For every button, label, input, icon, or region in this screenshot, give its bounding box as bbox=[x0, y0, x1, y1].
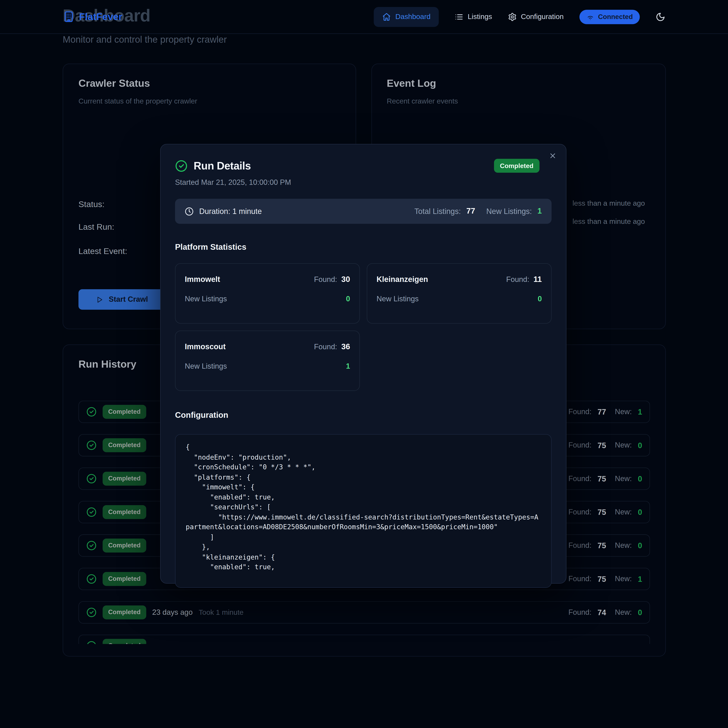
configuration-json: { "nodeEnv": "production", "cronSchedule… bbox=[186, 442, 541, 572]
home-icon bbox=[382, 12, 391, 21]
top-nav: FlatFever Dashboard Listings Configurati… bbox=[0, 0, 728, 34]
platform-stats-title: Platform Statistics bbox=[175, 242, 552, 252]
configuration-code-block[interactable]: { "nodeEnv": "production", "cronSchedule… bbox=[175, 434, 552, 588]
platform-name: Kleinanzeigen bbox=[376, 275, 428, 284]
platform-name: Immowelt bbox=[185, 275, 220, 284]
new-listings-value: 1 bbox=[346, 362, 350, 370]
brand-name: FlatFever bbox=[79, 11, 122, 22]
app-root: Dashboard Monitor and control the proper… bbox=[0, 0, 728, 728]
found-value: 30 bbox=[341, 275, 350, 284]
building-icon bbox=[63, 11, 75, 23]
new-listings-value: 1 bbox=[537, 206, 542, 216]
run-details-modal: Run Details Completed Started Mar 21, 20… bbox=[160, 144, 566, 584]
clock-icon bbox=[185, 207, 194, 216]
run-duration: Duration: 1 minute bbox=[199, 207, 262, 216]
found-label: Found: bbox=[314, 275, 337, 283]
theme-toggle[interactable] bbox=[656, 12, 665, 21]
nav-item-dashboard[interactable]: Dashboard bbox=[374, 7, 439, 27]
found-label: Found: bbox=[506, 275, 529, 283]
close-icon[interactable] bbox=[549, 152, 557, 160]
modal-status-badge: Completed bbox=[494, 159, 540, 173]
modal-header: Run Details Completed bbox=[175, 159, 552, 173]
platform-card-immowelt: Immowelt Found: 30 New Listings 0 bbox=[175, 263, 360, 324]
connection-status-label: Connected bbox=[598, 13, 633, 20]
run-summary-bar: Duration: 1 minute Total Listings: 77 Ne… bbox=[175, 199, 552, 224]
platform-card-immoscout: Immoscout Found: 36 New Listings 1 bbox=[175, 330, 360, 391]
nav-label: Listings bbox=[468, 12, 492, 21]
modal-subtitle: Started Mar 21, 2025, 10:00:00 PM bbox=[175, 178, 552, 187]
new-listings-label: New Listings bbox=[185, 362, 227, 370]
total-listings-label: Total Listings: bbox=[414, 207, 461, 216]
found-label: Found: bbox=[314, 343, 337, 351]
new-listings-label: New Listings bbox=[185, 295, 227, 303]
nav-label: Configuration bbox=[521, 12, 564, 21]
total-listings-value: 77 bbox=[466, 206, 475, 216]
new-listings-label: New Listings bbox=[376, 295, 419, 303]
wifi-icon bbox=[586, 13, 594, 21]
nav-item-listings[interactable]: Listings bbox=[454, 12, 492, 21]
found-value: 11 bbox=[534, 275, 542, 284]
nav-label: Dashboard bbox=[395, 12, 431, 21]
check-circle-icon bbox=[175, 159, 188, 172]
list-icon bbox=[454, 12, 463, 21]
new-listings-value: 0 bbox=[346, 295, 350, 303]
brand-logo[interactable]: FlatFever bbox=[63, 11, 122, 23]
platform-card-kleinanzeigen: Kleinanzeigen Found: 11 New Listings 0 bbox=[367, 263, 552, 324]
new-listings-value: 0 bbox=[538, 295, 542, 303]
found-value: 36 bbox=[341, 342, 350, 352]
platform-name: Immoscout bbox=[185, 342, 226, 351]
nav-item-configuration[interactable]: Configuration bbox=[508, 12, 564, 21]
configuration-title: Configuration bbox=[175, 410, 552, 420]
platform-stats-grid: Immowelt Found: 30 New Listings 0 Kleina… bbox=[175, 263, 552, 391]
connection-status-badge[interactable]: Connected bbox=[580, 9, 639, 24]
gear-icon bbox=[508, 12, 517, 21]
modal-title: Run Details bbox=[194, 159, 251, 172]
new-listings-label: New Listings: bbox=[486, 207, 532, 216]
